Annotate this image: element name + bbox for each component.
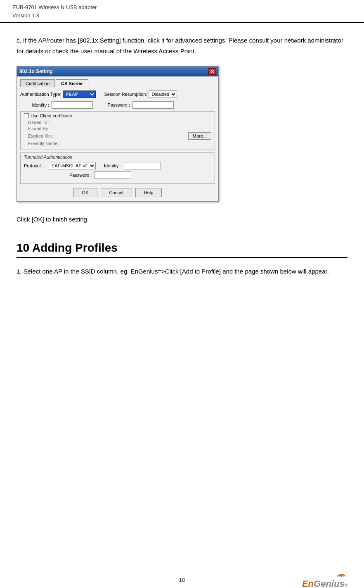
section-heading: 10 Adding Profiles: [17, 241, 347, 258]
page-number: 18: [179, 577, 185, 583]
issued-by-label: Issued By :: [28, 126, 65, 131]
tunneled-identity-input[interactable]: [124, 162, 161, 169]
tunneled-password-label: Password :: [69, 173, 94, 178]
tab-certification[interactable]: Certification: [20, 79, 55, 87]
dialog-window: 802.1x Setting ✕ Certification CA Server…: [17, 66, 219, 202]
page-header: EUB-9701 Wireless N USB adapter Version …: [0, 0, 364, 23]
more-button[interactable]: More...: [188, 132, 211, 140]
dialog-close-button[interactable]: ✕: [208, 68, 216, 75]
dialog-tabs: Certification CA Server: [20, 79, 215, 87]
logo-registered: ®: [345, 583, 347, 588]
cert-checkbox-row: Use Client certificate: [24, 113, 211, 118]
tunneled-password-input[interactable]: [94, 171, 131, 179]
tunneled-identity-label: Identity :: [104, 163, 121, 168]
header-line1: EUB-9701 Wireless N USB adapter: [12, 4, 97, 10]
logo-genius: Genius: [314, 578, 345, 588]
section-paragraph: 1. Select one AP in the SSID column, eg:…: [17, 266, 347, 277]
tunneled-protocol-row: Protocol : EAP-MSCHAP v2 Identity :: [24, 162, 211, 169]
auth-type-select[interactable]: PEAP: [63, 90, 96, 98]
identity-input[interactable]: [52, 101, 93, 109]
issued-by-row: Issued By :: [28, 126, 211, 131]
use-client-cert-label: Use Client certificate: [31, 113, 72, 118]
issued-to-row: Issued To :: [28, 120, 211, 125]
friendly-name-row: Friendly Name :: [28, 141, 211, 146]
tunneled-legend: Tunneled Authentication: [24, 155, 211, 159]
identity-row: Identity : Password :: [20, 101, 215, 109]
dialog-titlebar: 802.1x Setting ✕: [17, 67, 218, 76]
tunneled-protocol-label: Protocol :: [24, 163, 49, 168]
issued-to-label: Issued To :: [28, 120, 65, 125]
header-line2: Version 1.3: [12, 12, 39, 19]
dialog-screenshot: 802.1x Setting ✕ Certification CA Server…: [17, 66, 347, 202]
wifi-icon: [335, 570, 347, 578]
intro-paragraph: c. If the AP/router has [802.1x Setting]…: [17, 35, 347, 56]
svg-point-0: [340, 576, 342, 577]
tab-ca-server[interactable]: CA Server: [56, 79, 88, 87]
dialog-title: 802.1x Setting: [19, 69, 53, 74]
friendly-name-label: Friendly Name :: [28, 141, 65, 146]
tunneled-auth-group: Tunneled Authentication Protocol : EAP-M…: [20, 152, 215, 184]
password-input[interactable]: [132, 101, 174, 109]
ok-button[interactable]: OK: [73, 188, 97, 197]
click-ok-text: Click [OK] to finish setting.: [17, 214, 347, 225]
main-content: c. If the AP/router has [802.1x Setting]…: [0, 23, 364, 301]
tunneled-password-row: Password :: [24, 171, 211, 179]
dialog-body: Certification CA Server Authentication T…: [17, 76, 218, 201]
expired-on-label: Expired On :: [28, 133, 65, 138]
engenius-logo: En Genius ®: [302, 570, 347, 588]
cert-group: Use Client certificate Issued To : Issue…: [20, 111, 215, 150]
logo-text-row: En Genius ®: [302, 578, 347, 588]
identity-label: Identity :: [20, 102, 49, 107]
auth-type-row: Authentication Type: PEAP Session Resump…: [20, 90, 215, 98]
cancel-button[interactable]: Cancel: [101, 188, 132, 197]
tunneled-protocol-select[interactable]: EAP-MSCHAP v2: [49, 162, 96, 169]
auth-type-label: Authentication Type:: [20, 92, 61, 97]
dialog-buttons: OK Cancel Help: [20, 188, 215, 197]
password-label: Password :: [101, 102, 130, 107]
session-select[interactable]: Disabled: [149, 90, 177, 98]
logo-en: En: [302, 578, 314, 588]
use-client-cert-checkbox[interactable]: [24, 113, 29, 118]
expired-on-row: Expired On : More...: [28, 132, 211, 140]
help-button[interactable]: Help: [135, 188, 162, 197]
session-label: Session Resumption:: [104, 92, 147, 97]
header-title: EUB-9701 Wireless N USB adapter Version …: [12, 3, 352, 19]
